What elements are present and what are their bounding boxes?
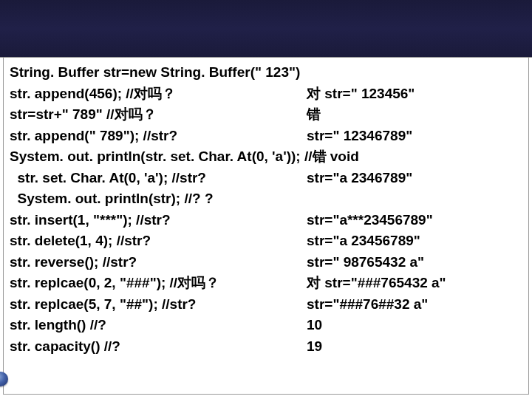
code-right: str=" 98765432 a" (307, 252, 522, 273)
code-left: str. capacity() //? (10, 336, 307, 358)
code-left: str. length() //? (10, 315, 307, 336)
code-right: 错 (307, 104, 522, 126)
code-text: System. out. println(str); //? ? (10, 191, 214, 206)
code-line: String. Buffer str=new String. Buffer(" … (10, 62, 522, 83)
code-right: 10 (307, 315, 522, 336)
code-right: 对 str=" 123456" (307, 83, 522, 105)
code-line: str. set. Char. At(0, 'a'); //str? str="… (10, 168, 522, 189)
code-right: 19 (307, 336, 522, 358)
code-line: str. reverse(); //str? str=" 98765432 a" (10, 252, 522, 273)
code-right: str="a 2346789" (307, 168, 522, 189)
code-text: String. Buffer str=new String. Buffer(" … (10, 64, 300, 80)
code-right: str="###76##32 a" (307, 294, 522, 316)
code-left: str. reverse(); //str? (10, 252, 307, 273)
code-right: 对 str="###765432 a" (307, 273, 522, 294)
code-line: str. insert(1, "***"); //str? str="a***2… (10, 210, 522, 231)
code-left: str=str+" 789" //对吗？ (10, 104, 307, 126)
header-bar (0, 0, 532, 58)
code-line: str. delete(1, 4); //str? str="a 2345678… (10, 231, 522, 252)
code-right: str="a 23456789" (307, 231, 522, 252)
code-left: str. append(" 789"); //str? (10, 126, 307, 147)
code-line: str. append(456); //对吗？ 对 str=" 123456" (10, 83, 522, 105)
code-line: str. append(" 789"); //str? str=" 123467… (10, 126, 522, 147)
code-text: System. out. println(str. set. Char. At(… (10, 149, 359, 164)
code-left: str. set. Char. At(0, 'a'); //str? (10, 168, 307, 189)
code-line: str. capacity() //? 19 (10, 336, 522, 358)
code-right: str=" 12346789" (307, 126, 522, 147)
code-left: str. append(456); //对吗？ (10, 83, 307, 105)
code-line: System. out. println(str); //? ? (10, 188, 522, 210)
code-line: str. length() //? 10 (10, 315, 522, 336)
code-left: str. replcae(5, 7, "##"); //str? (10, 294, 307, 316)
code-line: System. out. println(str. set. Char. At(… (10, 146, 522, 168)
code-line: str=str+" 789" //对吗？ 错 (10, 104, 522, 126)
code-left: str. replcae(0, 2, "###"); //对吗？ (10, 273, 307, 294)
code-left: str. delete(1, 4); //str? (10, 231, 307, 252)
code-left: str. insert(1, "***"); //str? (10, 210, 307, 231)
code-line: str. replcae(0, 2, "###"); //对吗？ 对 str="… (10, 273, 522, 294)
code-line: str. replcae(5, 7, "##"); //str? str="##… (10, 294, 522, 316)
content-frame: String. Buffer str=new String. Buffer(" … (3, 58, 529, 395)
code-right: str="a***23456789" (307, 210, 522, 231)
bullet-icon (0, 372, 8, 386)
